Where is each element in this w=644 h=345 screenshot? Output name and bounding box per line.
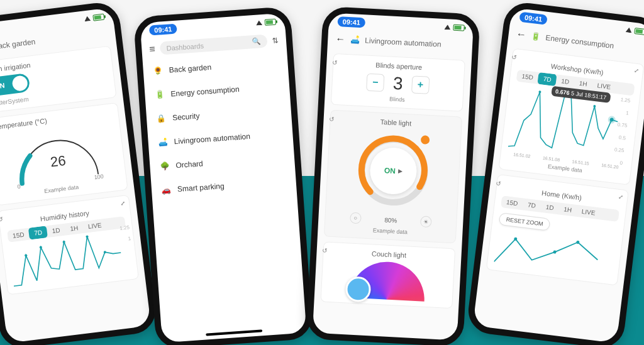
phone-back-garden: 🌻 Back garden Main irrigation ON WaterSy…: [0, 1, 158, 345]
toggle-state-label: ON: [0, 82, 5, 90]
history-icon[interactable]: ↺: [322, 247, 328, 254]
tree-icon: 🌳: [160, 162, 170, 171]
list-label: Livingroom automation: [174, 132, 250, 146]
y-tick: 0.25: [614, 146, 625, 153]
svg-point-12: [553, 250, 557, 254]
range-1h[interactable]: 1H: [64, 221, 84, 235]
battery-icon: [92, 14, 104, 21]
range-1d[interactable]: 1D: [540, 200, 560, 214]
couch-icon: 🛋️: [350, 35, 360, 45]
range-7d[interactable]: 7D: [28, 226, 48, 239]
light-state: ON: [384, 166, 396, 175]
battery-icon: [265, 19, 277, 26]
brightness-percent: 80%: [384, 216, 397, 224]
clock: 09:41: [337, 16, 365, 28]
range-1d[interactable]: 1D: [47, 224, 66, 238]
history-icon[interactable]: ↺: [511, 53, 517, 61]
clock: 09:41: [519, 12, 548, 25]
y-tick: 1: [128, 236, 131, 241]
caption: Example data: [331, 225, 449, 238]
svg-point-6: [538, 90, 541, 93]
card-home: ↺ ⤢ Home (Kw/h) 15D 7D 1D 1H LIVE RESET …: [486, 174, 629, 285]
brightness-dial[interactable]: ON ▶: [350, 128, 436, 214]
sunflower-icon: 🌻: [153, 66, 163, 75]
page-title: Livingroom automation: [365, 36, 441, 48]
history-icon[interactable]: ↺: [332, 59, 338, 66]
svg-point-2: [62, 241, 65, 243]
card-blinds: ↺ Blinds aperture − 3 + Blinds: [331, 53, 465, 112]
y-tick: 0.5: [618, 134, 626, 141]
home-indicator: [206, 329, 262, 336]
list-label: Security: [172, 111, 200, 122]
battery-icon: 🔋: [531, 31, 541, 41]
wifi-icon: [256, 20, 263, 26]
battery-icon: 🔋: [155, 90, 165, 99]
wifi-icon: [625, 27, 632, 33]
back-button[interactable]: ←: [516, 28, 527, 41]
blinds-value: 3: [392, 74, 403, 94]
svg-point-3: [86, 235, 89, 238]
y-tick: 1.25: [620, 97, 631, 104]
expand-icon[interactable]: ⤢: [618, 194, 624, 200]
svg-point-4: [104, 251, 107, 253]
back-button[interactable]: ←: [335, 33, 346, 45]
lock-icon: 🔒: [157, 114, 167, 123]
play-icon: ▶: [398, 168, 403, 174]
decrement-button[interactable]: −: [366, 74, 384, 92]
gauge-min: 0: [17, 183, 21, 190]
battery-icon: [453, 25, 464, 31]
temperature-gauge: 26 0 100: [7, 121, 108, 189]
range-live[interactable]: LIVE: [82, 219, 108, 233]
card-humidity-history: ↺ ⤢ Humidity history 15D 7D 1D 1H LIVE 1…: [0, 195, 139, 295]
car-icon: 🚗: [162, 185, 172, 195]
history-icon[interactable]: ↺: [0, 216, 4, 224]
card-couch-light: ↺ Couch light: [320, 241, 455, 309]
page-title: Energy consumption: [545, 33, 614, 50]
expand-icon[interactable]: ⤢: [634, 67, 640, 74]
card-title: Couch light: [330, 248, 448, 261]
range-15d[interactable]: 15D: [516, 70, 539, 84]
range-15d[interactable]: 15D: [7, 228, 30, 243]
workshop-chart: 0.676 5 Jul 18:51:17 1.25 1 0.75 0.5 0.2…: [508, 84, 633, 167]
history-icon[interactable]: ↺: [329, 116, 335, 123]
range-7d[interactable]: 7D: [538, 72, 557, 86]
dashboard-list: 🌻 Back garden 🔋 Energy consumption 🔒 Sec…: [143, 50, 297, 202]
card-temperature: Temperature (°C) 26 0 100 Example data: [0, 102, 128, 206]
increment-button[interactable]: +: [411, 75, 430, 94]
range-1h[interactable]: 1H: [558, 202, 577, 216]
svg-point-0: [25, 254, 28, 256]
sort-icon[interactable]: ⇅: [272, 36, 279, 45]
phone-dashboards: 09:41 ≡ Dashboards 🔍 ⇅ 🌻 Back garden: [133, 6, 313, 345]
list-label: Smart parking: [177, 182, 225, 194]
range-7d[interactable]: 7D: [522, 198, 541, 212]
phone-livingroom: 09:41 ← 🛋️ Livingroom automation ↺ Blind…: [306, 6, 480, 345]
list-label: Energy consumption: [170, 85, 240, 99]
card-main-irrigation: Main irrigation ON WaterSystem: [0, 46, 117, 114]
color-picker[interactable]: [349, 260, 426, 302]
expand-icon[interactable]: ⤢: [120, 200, 126, 207]
range-live[interactable]: LIVE: [576, 205, 601, 219]
wifi-icon: [84, 16, 91, 21]
card-table-light: ↺ Table light ON ▶ ○ 80% ☀: [324, 110, 462, 244]
list-label: Back garden: [169, 63, 211, 75]
card-workshop: ↺ ⤢ Workshop (Kw/h) 15D 7D 1D 1H LIVE 0.…: [498, 48, 644, 185]
y-tick: 0.75: [617, 122, 628, 129]
page-title: Back garden: [0, 37, 36, 51]
off-button[interactable]: ○: [350, 212, 362, 224]
history-icon[interactable]: ↺: [496, 180, 501, 187]
svg-point-8: [593, 105, 596, 107]
phone-row: 🌻 Back garden Main irrigation ON WaterSy…: [0, 0, 644, 345]
battery-icon: [634, 28, 644, 35]
irrigation-toggle[interactable]: ON: [0, 73, 30, 97]
gauge-max: 100: [94, 173, 104, 181]
max-button[interactable]: ☀: [420, 216, 432, 227]
wifi-icon: [444, 25, 450, 30]
card-title: Main irrigation: [0, 52, 105, 74]
search-icon: 🔍: [252, 37, 262, 46]
couch-icon: 🛋️: [158, 138, 168, 147]
home-chart: [494, 227, 616, 279]
range-15d[interactable]: 15D: [501, 195, 523, 210]
selected-color-chip[interactable]: [345, 276, 372, 302]
search-placeholder: Dashboards: [166, 41, 204, 52]
menu-icon[interactable]: ≡: [149, 43, 156, 55]
